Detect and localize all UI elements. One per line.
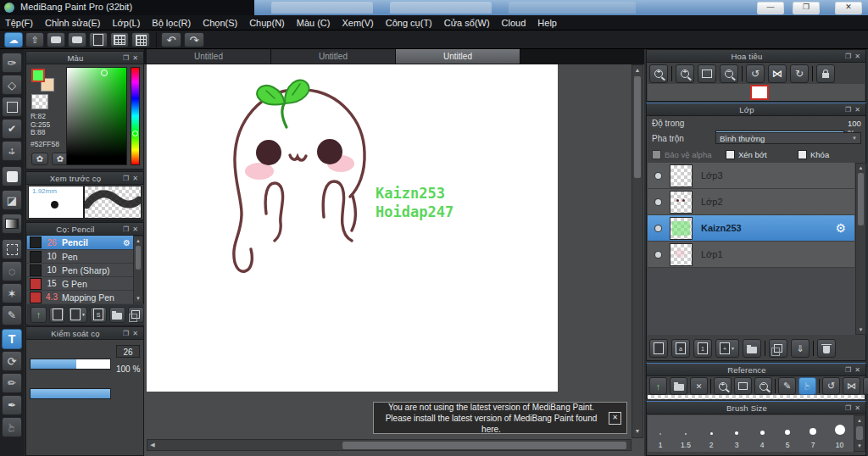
sv-cursor[interactable] — [101, 70, 108, 76]
redo-icon[interactable]: ↷ — [184, 32, 204, 47]
hue-slider[interactable] — [131, 67, 140, 165]
scroll-up-icon[interactable]: ▲ — [632, 65, 643, 75]
scroll-left-icon[interactable]: ◀ — [147, 440, 158, 450]
merge-layer-icon[interactable]: ⇓ — [791, 339, 810, 358]
undo-icon[interactable]: ↶ — [161, 32, 181, 47]
reference-zoom-in-icon[interactable]: + — [714, 377, 732, 395]
close-panel-icon[interactable]: ✕ — [853, 404, 862, 412]
fit-screen-icon[interactable] — [698, 64, 716, 83]
saturation-value-picker[interactable] — [66, 67, 127, 165]
layer-settings-gear-icon[interactable]: ⚙ — [835, 221, 846, 235]
scrollbar-thumb[interactable] — [342, 442, 626, 449]
zoom-out-icon[interactable]: − — [720, 64, 738, 83]
size-cell-3[interactable]: 3 — [724, 415, 750, 452]
cloud-icon[interactable]: ☁ — [4, 32, 23, 47]
alpha-protect-checkbox[interactable]: Bảo vệ alpha — [652, 150, 711, 159]
hue-cursor[interactable] — [132, 131, 138, 136]
menu-item-help[interactable]: Help — [537, 18, 557, 28]
menu-item-chup[interactable]: Chụp(N) — [249, 18, 285, 28]
popout-icon[interactable]: ❐ — [121, 225, 131, 233]
tab-untitled-2[interactable]: Untitled — [271, 49, 396, 64]
reference-rotate-right-icon[interactable]: ↻ — [863, 377, 868, 395]
scroll-down-icon[interactable]: ▼ — [134, 294, 142, 303]
scroll-up-icon[interactable]: ▲ — [134, 236, 142, 245]
brush-size-value[interactable]: 26 — [116, 345, 140, 358]
brush-opacity-slider[interactable] — [30, 388, 111, 399]
brush-folder-icon[interactable] — [109, 307, 125, 323]
layer-row-lop1[interactable]: Lớp1 — [648, 242, 854, 268]
snap-tool-icon[interactable]: ✔ — [2, 119, 22, 139]
brush-row-pencil[interactable]: 26 Pencil ⚙ — [27, 236, 133, 249]
size-cell-1[interactable]: 1 — [648, 415, 674, 452]
scrollbar-thumb[interactable] — [136, 246, 141, 270]
gradient-tool-icon[interactable] — [2, 214, 22, 234]
close-panel-icon[interactable]: ✕ — [131, 175, 140, 182]
menu-item-mau[interactable]: Màu (C) — [297, 18, 331, 28]
reference-hand-icon[interactable]: ☞ — [798, 377, 816, 395]
bucket-tool-icon[interactable]: ◪ — [2, 190, 22, 210]
reference-open-file-icon[interactable] — [670, 377, 687, 395]
layer-row-kaizn253[interactable]: Kaizn253 ⚙ — [648, 215, 854, 242]
rotate-select-tool-icon[interactable]: ⟳ — [2, 351, 22, 371]
magic-wand-tool-icon[interactable]: ✶ — [2, 283, 22, 303]
duplicate-layer-icon[interactable]: a — [671, 339, 690, 358]
copy-layer-icon[interactable] — [769, 339, 787, 358]
lasso-tool-icon[interactable]: ◌ — [2, 261, 22, 281]
list-settings-icon[interactable] — [110, 32, 129, 47]
popout-icon[interactable]: ❐ — [843, 53, 853, 60]
reference-fit-icon[interactable] — [734, 377, 752, 395]
brush-settings-gear-icon[interactable]: ⚙ — [123, 238, 131, 247]
reference-open-cloud-icon[interactable]: ↑ — [649, 377, 667, 395]
scroll-up-icon[interactable]: ▲ — [854, 416, 865, 425]
popout-icon[interactable]: ❐ — [121, 54, 131, 62]
menu-item-chon[interactable]: Chọn(S) — [203, 18, 237, 28]
layer-visible-icon[interactable] — [655, 173, 661, 179]
add-layer-icon[interactable]: +▼ — [715, 339, 739, 358]
brush-size-scrollbar[interactable]: ▲ ▼ — [854, 415, 865, 452]
select-pen-tool-icon[interactable]: ✎ — [2, 305, 22, 325]
close-panel-icon[interactable]: ✕ — [853, 53, 862, 60]
canvas-vscrollbar[interactable]: ▲ ▼ — [632, 64, 643, 438]
brush-tool-icon[interactable]: ✑ — [2, 53, 22, 73]
scroll-down-icon[interactable]: ▼ — [856, 325, 865, 334]
close-panel-icon[interactable]: ✕ — [131, 225, 140, 233]
menu-item-xem[interactable]: Xem(V) — [342, 18, 373, 28]
lock-checkbox[interactable]: Khóa — [798, 150, 829, 159]
select-tool-icon[interactable] — [2, 239, 22, 259]
transparent-color-swatch[interactable] — [31, 94, 48, 109]
brush-row-pen[interactable]: 10 Pen — [27, 249, 133, 263]
layer-visible-icon[interactable] — [655, 252, 661, 258]
scroll-down-icon[interactable]: ▼ — [632, 426, 643, 437]
notification-line1[interactable]: You are not using the latest version of … — [379, 402, 604, 413]
size-cell-2[interactable]: 2 — [698, 415, 725, 452]
fill-swatch-tool-icon[interactable] — [2, 166, 22, 186]
menu-item-bo-loc[interactable]: Bộ lọc(R) — [152, 18, 191, 28]
menu-item-cong-cu[interactable]: Công cụ(T) — [386, 18, 432, 28]
brush-row-mapping-pen[interactable]: 4.3 Mapping Pen — [27, 290, 133, 303]
scrollbar-thumb[interactable] — [634, 76, 641, 178]
layer-row-lop3[interactable]: Lớp3 — [648, 163, 854, 189]
material-grid-icon[interactable] — [131, 32, 150, 47]
size-cell-1-5[interactable]: 1.5 — [673, 415, 699, 452]
layer-folder-icon[interactable] — [743, 339, 761, 358]
canvas[interactable]: Kaizn253 Hoidap247 — [147, 64, 558, 392]
divide-tool-icon[interactable]: ✏ — [2, 373, 22, 393]
canvas-hscrollbar[interactable]: ◀ — [147, 439, 632, 451]
close-panel-icon[interactable]: ✕ — [853, 366, 862, 374]
brush-size-slider[interactable] — [30, 359, 111, 370]
layer-row-lop2[interactable]: Lớp2 — [648, 189, 854, 215]
flip-horizontal-icon[interactable]: ⋈ — [768, 64, 787, 83]
rectangle-tool-icon[interactable] — [2, 97, 22, 117]
size-cell-4[interactable]: 4 — [749, 415, 776, 452]
comment-icon[interactable] — [47, 32, 65, 47]
minimize-button[interactable]: — — [757, 2, 784, 14]
popout-icon[interactable]: ❐ — [121, 175, 131, 182]
reference-picker-icon[interactable]: ✎ — [778, 377, 796, 395]
share-icon[interactable]: ⇧ — [25, 32, 44, 47]
blend-mode-dropdown[interactable]: Bình thường ▼ — [715, 132, 861, 144]
new-layer-icon[interactable] — [649, 339, 668, 358]
layer-visible-icon[interactable] — [655, 225, 661, 231]
brush-list-scrollbar[interactable]: ▲ ▼ — [133, 236, 143, 303]
brush-new-icon[interactable] — [49, 307, 65, 323]
reset-lock-icon[interactable] — [816, 64, 835, 83]
